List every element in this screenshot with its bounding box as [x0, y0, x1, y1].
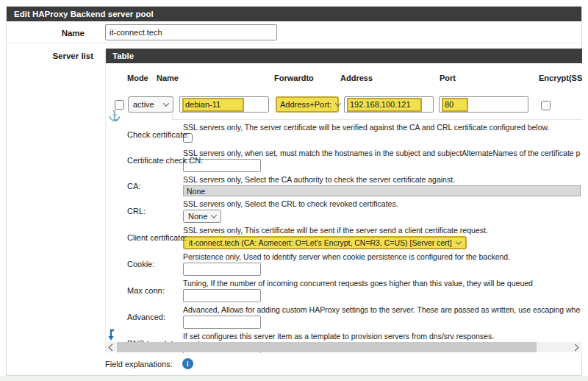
- server-detail-rows: Check certificate:SSL servers only, The …: [106, 121, 582, 353]
- anchor-icon[interactable]: ⚓: [108, 110, 121, 121]
- detail-row: CA:SSL servers only, Select the CA autho…: [106, 174, 582, 198]
- chevron-down-icon: [335, 100, 341, 106]
- server-list-label: Server list: [7, 51, 93, 60]
- scrollbar-right-arrow-icon[interactable]: [570, 342, 581, 352]
- scrollbar-thumb[interactable]: [117, 342, 537, 352]
- max-conn-description: Tuning, If the number of incoming concur…: [183, 279, 581, 288]
- column-header-mode: Mode: [127, 74, 148, 82]
- client-certificate-description: SSL servers only, This certificate will …: [183, 226, 581, 235]
- name-label: Name: [7, 29, 85, 38]
- advanced-input[interactable]: [183, 316, 261, 329]
- column-header-encrypt-ssl: Encrypt(SSL): [539, 74, 582, 82]
- field-explanations-label: Field explanations:: [105, 360, 173, 368]
- table-title: Table: [106, 49, 582, 63]
- address-input[interactable]: 192.168.100.121: [344, 96, 434, 113]
- column-header-forwardto: Forwardto: [274, 74, 314, 82]
- cookie-input[interactable]: [183, 263, 261, 276]
- cookie-label: Cookie:: [127, 251, 154, 277]
- client-certificate-select[interactable]: it-connect.tech (CA: Acmecert: O=Let's E…: [183, 236, 467, 249]
- max-conn-input[interactable]: [183, 289, 261, 302]
- scrollbar-track[interactable]: [537, 342, 570, 352]
- row-select-checkbox[interactable]: [115, 100, 124, 110]
- forwardto-select[interactable]: Address+Port:: [276, 96, 339, 113]
- column-header-port: Port: [440, 74, 456, 82]
- client-certificate-label: Client certificate:: [127, 224, 187, 251]
- name-input[interactable]: it-connect.tech: [105, 24, 277, 40]
- scroll-down-icon[interactable]: [107, 329, 116, 341]
- crl-select-value: None: [188, 212, 207, 221]
- page: Edit HAProxy Backend server pool Name it…: [0, 0, 588, 381]
- server-table-panel: Table Mode Name Forwardto Address Port E…: [105, 49, 582, 353]
- edit-backend-panel: Edit HAProxy Backend server pool Name it…: [6, 6, 582, 376]
- detail-row: Cookie:Persistence only, Used to identif…: [106, 251, 582, 277]
- chevron-down-icon: [211, 212, 217, 218]
- max-conn-label: Max conn:: [127, 277, 165, 304]
- ca-select[interactable]: None: [183, 185, 581, 196]
- cookie-description: Persistence only, Used to identify serve…: [183, 252, 581, 262]
- encrypt-ssl-checkbox[interactable]: [541, 101, 551, 110]
- detail-row: Certificate check CN:SSL servers only, w…: [106, 147, 582, 174]
- detail-row: Advanced:Advanced, Allows for adding cus…: [106, 304, 582, 330]
- section-divider: [7, 43, 581, 43]
- detail-row: Check certificate:SSL servers only, The …: [106, 121, 582, 147]
- detail-row: Max conn:Tuning, If the number of incomi…: [106, 277, 582, 304]
- column-header-name: Name: [157, 74, 179, 82]
- forwardto-select-value: Address+Port:: [280, 100, 331, 109]
- crl-description: SSL servers only, Select the CRL to chec…: [183, 199, 581, 209]
- column-header-address: Address: [340, 74, 373, 82]
- certificate-check-cn-label: Certificate check CN:: [127, 147, 203, 174]
- scrollbar-left-arrow-icon[interactable]: [106, 342, 117, 352]
- crl-select[interactable]: None: [183, 210, 221, 223]
- check-certificate-label: Check certificate:: [127, 121, 189, 147]
- server-name-input[interactable]: debian-11: [179, 96, 269, 113]
- footer-row: Field explanations: i: [105, 358, 193, 369]
- detail-row: CRL:SSL servers only, Select the CRL to …: [106, 198, 582, 224]
- advanced-description: Advanced, Allows for adding custom HAPro…: [183, 305, 581, 315]
- ca-label: CA:: [127, 174, 140, 198]
- certificate-check-cn-description: SSL servers only, when set, must match t…: [183, 149, 581, 158]
- server-name-value: debian-11: [182, 98, 244, 112]
- mode-select[interactable]: active: [128, 96, 173, 113]
- mode-select-value: active: [133, 100, 154, 109]
- address-value: 192.168.100.121: [347, 98, 422, 112]
- detail-top-border: [172, 119, 582, 120]
- info-icon[interactable]: i: [182, 358, 193, 369]
- page-background-strip: [0, 376, 588, 381]
- chevron-down-icon: [163, 100, 169, 106]
- crl-label: CRL:: [127, 198, 146, 224]
- dns-template-count-description: If set configures this server item as a …: [183, 332, 581, 341]
- ca-description: SSL servers only, Select the CA authorit…: [183, 175, 581, 185]
- chevron-down-icon: [455, 238, 461, 244]
- advanced-label: Advanced:: [127, 304, 165, 330]
- check-certificate-description: SSL servers only, The server certificate…: [183, 123, 581, 132]
- port-input[interactable]: 80: [439, 96, 528, 113]
- panel-title: Edit HAProxy Backend server pool: [7, 7, 581, 21]
- port-value: 80: [442, 98, 468, 112]
- horizontal-scrollbar[interactable]: [106, 342, 581, 352]
- detail-row: Client certificate:SSL servers only, Thi…: [106, 224, 582, 251]
- client-certificate-select-value: it-connect.tech (CA: Acmecert: O=Let's E…: [189, 238, 452, 247]
- name-input-value: it-connect.tech: [110, 28, 162, 37]
